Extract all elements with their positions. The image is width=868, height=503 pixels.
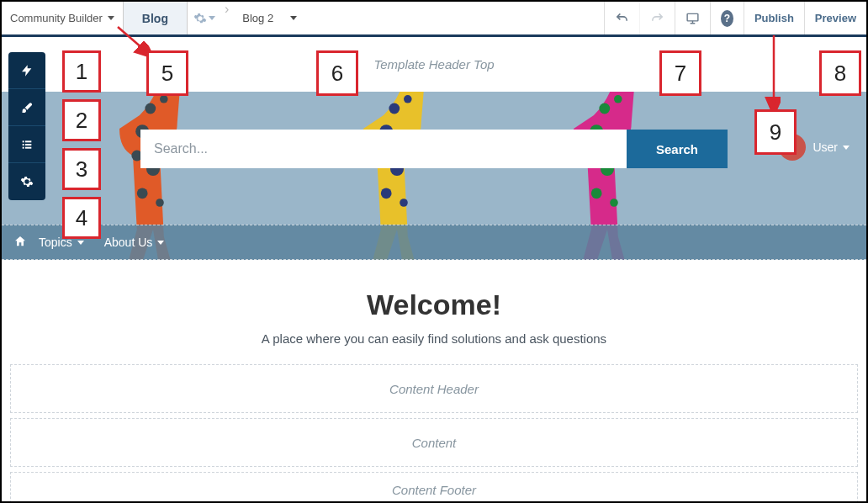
- svg-point-24: [614, 95, 622, 103]
- callout-9: 9: [754, 109, 797, 155]
- callout-3: 3: [62, 148, 101, 190]
- page-selector[interactable]: Blog: [123, 2, 188, 34]
- svg-point-16: [404, 95, 412, 103]
- brush-icon: [20, 101, 34, 114]
- gear-icon: [193, 12, 207, 25]
- svg-point-21: [381, 188, 392, 199]
- content-slot[interactable]: Content: [10, 418, 858, 467]
- caret-down-icon: [843, 146, 849, 150]
- gear-icon: [20, 175, 34, 188]
- search-input[interactable]: [140, 130, 627, 168]
- search-button[interactable]: Search: [627, 130, 728, 168]
- top-bar: Community Builder Blog › Blog 2 ? Publis…: [2, 2, 866, 37]
- settings-button[interactable]: [8, 163, 45, 200]
- nav-about[interactable]: About Us: [104, 236, 165, 249]
- svg-rect-1: [23, 140, 24, 142]
- app-switcher[interactable]: Community Builder: [2, 2, 123, 34]
- callout-2: 2: [62, 99, 101, 141]
- svg-rect-5: [23, 146, 24, 148]
- callout-8: 8: [819, 50, 861, 96]
- theme-button[interactable]: [8, 89, 45, 126]
- svg-point-14: [156, 199, 164, 207]
- search-bar: Search: [140, 130, 728, 168]
- svg-point-7: [145, 103, 156, 114]
- svg-point-22: [400, 199, 408, 207]
- builder-canvas: Template Header Top Search User Topics: [2, 37, 866, 503]
- svg-rect-2: [25, 140, 31, 142]
- redo-button[interactable]: [639, 2, 675, 34]
- svg-point-23: [599, 103, 610, 114]
- callout-1: 1: [62, 50, 101, 93]
- caret-down-icon: [108, 16, 114, 20]
- callout-5: 5: [146, 50, 188, 96]
- publish-button[interactable]: Publish: [744, 2, 804, 34]
- lightning-icon: [20, 64, 34, 77]
- callout-4: 4: [62, 197, 101, 239]
- app-name-label: Community Builder: [10, 12, 103, 24]
- page-properties-button[interactable]: [188, 2, 221, 34]
- svg-rect-4: [25, 144, 31, 146]
- page-structure-button[interactable]: [8, 126, 45, 163]
- subpage-label: Blog 2: [242, 12, 273, 24]
- view-mode-button[interactable]: [675, 2, 710, 34]
- svg-rect-6: [25, 146, 31, 148]
- preview-button[interactable]: Preview: [804, 2, 866, 34]
- welcome-subtitle: A place where you can easily find soluti…: [19, 331, 849, 346]
- welcome-region: Welcome! A place where you can easily fi…: [2, 260, 866, 364]
- svg-point-8: [160, 95, 168, 103]
- components-button[interactable]: [8, 52, 45, 89]
- callout-7: 7: [659, 50, 701, 96]
- nav-bar: Topics About Us: [2, 225, 866, 260]
- svg-point-29: [591, 188, 602, 199]
- left-toolbar: [8, 52, 45, 200]
- breadcrumb-separator: ›: [221, 2, 232, 34]
- welcome-title: Welcome!: [19, 289, 849, 321]
- svg-rect-0: [687, 13, 698, 20]
- hero-region: Search User Topics About Us: [2, 92, 866, 260]
- user-label: User: [812, 140, 838, 154]
- home-icon[interactable]: [13, 235, 27, 251]
- caret-down-icon: [209, 16, 215, 20]
- caret-down-icon: [157, 241, 164, 245]
- undo-icon: [615, 11, 629, 26]
- help-icon: ?: [721, 10, 733, 27]
- redo-icon: [650, 11, 664, 26]
- list-icon: [20, 138, 34, 151]
- svg-point-30: [610, 199, 618, 207]
- help-button[interactable]: ?: [710, 2, 744, 34]
- content-footer-slot[interactable]: Content Footer: [10, 472, 858, 503]
- svg-point-15: [389, 103, 400, 114]
- page-label: Blog: [142, 12, 168, 25]
- subpage-selector[interactable]: Blog 2: [232, 2, 307, 34]
- content-header-slot[interactable]: Content Header: [10, 364, 858, 413]
- template-header-top-slot[interactable]: Template Header Top: [2, 37, 866, 92]
- desktop-icon: [685, 11, 700, 26]
- caret-down-icon: [290, 16, 297, 20]
- undo-button[interactable]: [604, 2, 639, 34]
- svg-rect-3: [23, 144, 24, 146]
- callout-6: 6: [316, 50, 358, 96]
- caret-down-icon: [77, 241, 84, 245]
- svg-point-13: [137, 188, 148, 199]
